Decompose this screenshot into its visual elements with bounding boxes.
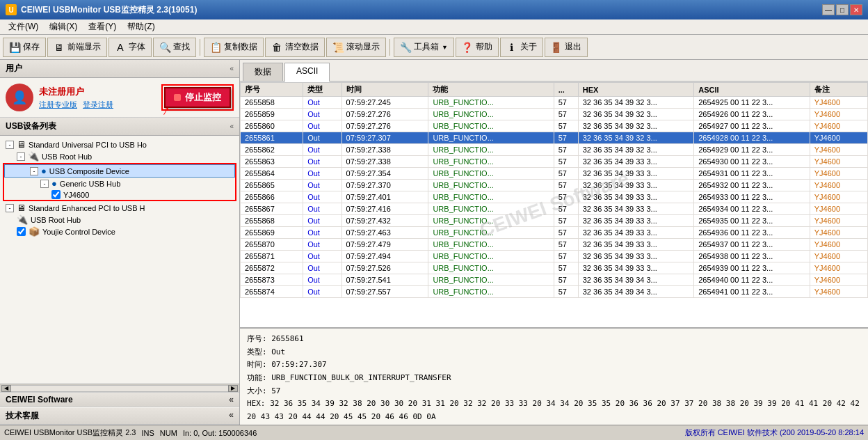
front-display-button[interactable]: 🖥 前端显示 bbox=[47, 38, 107, 57]
clear-data-button[interactable]: 🗑 清空数据 bbox=[265, 38, 325, 57]
table-row[interactable]: 2655861 Out 07:59:27.307 URB_FUNCTIO... … bbox=[241, 132, 868, 144]
cell-note: YJ4600 bbox=[810, 251, 867, 262]
cell-hex: 32 36 35 34 39 34 3... bbox=[578, 274, 694, 286]
header-note: 备注 bbox=[810, 83, 867, 97]
table-row[interactable]: 2655873 Out 07:59:27.541 URB_FUNCTIO... … bbox=[241, 274, 868, 286]
table-row[interactable]: 2655870 Out 07:59:27.479 URB_FUNCTIO... … bbox=[241, 239, 868, 251]
support-collapse[interactable]: « bbox=[229, 410, 234, 422]
cell-ascii: 2654929 00 11 22 3... bbox=[694, 144, 810, 156]
cell-seq: 2655870 bbox=[241, 239, 303, 251]
tree-item-youjie[interactable]: 📦 Youjie Control Device bbox=[3, 226, 236, 237]
table-row[interactable]: 2655871 Out 07:59:27.494 URB_FUNCTIO... … bbox=[241, 251, 868, 262]
table-row[interactable]: 2655864 Out 07:59:27.354 URB_FUNCTIO... … bbox=[241, 168, 868, 180]
tree-item-usb-root-hub-1[interactable]: - 🔌 USB Root Hub bbox=[3, 150, 236, 162]
table-row[interactable]: 2655869 Out 07:59:27.463 URB_FUNCTIO... … bbox=[241, 227, 868, 239]
detail-func-label: 功能: bbox=[247, 373, 267, 382]
copy-icon: 📋 bbox=[210, 42, 221, 53]
table-row[interactable]: 2655872 Out 07:59:27.526 URB_FUNCTIO... … bbox=[241, 262, 868, 274]
user-section-collapse[interactable]: « bbox=[230, 65, 234, 72]
detail-seq-label: 序号: bbox=[247, 334, 267, 343]
cell-func: URB_FUNCTIO... bbox=[428, 215, 554, 227]
tree-expand-5[interactable]: - bbox=[6, 204, 14, 212]
table-row[interactable]: 2655860 Out 07:59:27.276 URB_FUNCTIO... … bbox=[241, 120, 868, 132]
scroll-left-btn[interactable]: ◀ bbox=[1, 385, 11, 392]
youjie-checkbox[interactable] bbox=[17, 227, 26, 236]
tree-item-enhanced-pci[interactable]: - 🖥 Standard Enhanced PCI to USB H bbox=[3, 202, 236, 214]
stop-btn-container: 停止监控 bbox=[161, 84, 234, 111]
header-dots: ... bbox=[554, 83, 578, 97]
about-button[interactable]: ℹ 关于 bbox=[500, 38, 543, 57]
status-copyright[interactable]: 版权所有 CEIWEI 软件技术 (200 bbox=[685, 428, 795, 437]
cell-hex: 32 36 35 34 39 33 3... bbox=[578, 180, 694, 191]
tree-expand-1[interactable]: - bbox=[17, 152, 25, 161]
cell-time: 07:59:27.338 bbox=[341, 144, 428, 156]
cell-hex: 32 36 35 34 39 32 3... bbox=[578, 144, 694, 156]
device-section-header[interactable]: USB设备列表 « bbox=[0, 118, 239, 136]
cell-func: URB_FUNCTIO... bbox=[428, 144, 554, 156]
cell-type: Out bbox=[303, 156, 341, 168]
help-button[interactable]: ❓ 帮助 bbox=[456, 38, 499, 57]
ceiwei-collapse[interactable]: « bbox=[229, 395, 234, 404]
about-icon: ℹ bbox=[506, 42, 517, 53]
yj4600-checkbox[interactable] bbox=[51, 190, 61, 199]
tree-item-yj4600[interactable]: YJ4600 bbox=[4, 189, 235, 200]
exit-button[interactable]: 🚪 退出 bbox=[545, 38, 588, 57]
cell-time: 07:59:27.557 bbox=[341, 286, 428, 298]
cell-type: Out bbox=[303, 191, 341, 203]
copy-label: 复制数据 bbox=[224, 41, 257, 53]
tab-ascii[interactable]: ASCII bbox=[284, 63, 330, 82]
maximize-button[interactable]: □ bbox=[836, 4, 849, 15]
cell-ascii: 2654930 00 11 22 3... bbox=[694, 156, 810, 168]
table-row[interactable]: 2655863 Out 07:59:27.338 URB_FUNCTIO... … bbox=[241, 156, 868, 168]
scroll-display-button[interactable]: 📜 滚动显示 bbox=[326, 38, 386, 57]
close-button[interactable]: ✕ bbox=[850, 4, 862, 15]
copy-data-button[interactable]: 📋 复制数据 bbox=[204, 38, 264, 57]
login-link[interactable]: 登录注册 bbox=[83, 100, 113, 110]
table-row[interactable]: 2655858 Out 07:59:27.245 URB_FUNCTIO... … bbox=[241, 97, 868, 109]
table-row[interactable]: 2655866 Out 07:59:27.401 URB_FUNCTIO... … bbox=[241, 191, 868, 203]
stop-monitoring-button[interactable]: 停止监控 bbox=[164, 87, 231, 108]
user-section-header[interactable]: 用户 « bbox=[0, 60, 239, 78]
tree-item-usb-composite[interactable]: - ● USB Composite Device bbox=[4, 164, 235, 178]
cell-seq: 2655859 bbox=[241, 109, 303, 120]
table-row[interactable]: 2655862 Out 07:59:27.338 URB_FUNCTIO... … bbox=[241, 144, 868, 156]
menu-edit[interactable]: 编辑(X) bbox=[44, 19, 83, 34]
cell-seq: 2655873 bbox=[241, 274, 303, 286]
tree-item-usb-root-hub-2[interactable]: 🔌 USB Root Hub bbox=[3, 214, 236, 226]
cell-size: 57 bbox=[554, 109, 578, 120]
tree-item-generic-hub[interactable]: - ● Generic USB Hub bbox=[4, 178, 235, 189]
ceiwei-section-header[interactable]: CEIWEI Software « bbox=[0, 393, 239, 407]
menu-view[interactable]: 查看(Y) bbox=[83, 19, 122, 34]
cell-type: Out bbox=[303, 120, 341, 132]
tab-data[interactable]: 数据 bbox=[243, 63, 283, 81]
tree-item-pci-usb-ho[interactable]: - 🖥 Standard Universal PCI to USB Ho bbox=[3, 139, 236, 150]
toolbox-button[interactable]: 🔧 工具箱 ▼ bbox=[394, 38, 454, 57]
table-row[interactable]: 2655865 Out 07:59:27.370 URB_FUNCTIO... … bbox=[241, 180, 868, 191]
menu-help[interactable]: 帮助(Z) bbox=[122, 19, 160, 34]
cell-note: YJ4600 bbox=[810, 120, 867, 132]
support-section-header[interactable]: 技术客服 « bbox=[0, 408, 239, 425]
table-row[interactable]: 2655859 Out 07:59:27.276 URB_FUNCTIO... … bbox=[241, 109, 868, 120]
cell-note: YJ4600 bbox=[810, 262, 867, 274]
cell-size: 57 bbox=[554, 144, 578, 156]
register-link[interactable]: 注册专业版 bbox=[39, 100, 77, 110]
find-button[interactable]: 🔍 查找 bbox=[153, 38, 196, 57]
find-icon: 🔍 bbox=[159, 42, 170, 53]
composite-icon: ● bbox=[41, 166, 47, 176]
table-row[interactable]: 2655868 Out 07:59:27.432 URB_FUNCTIO... … bbox=[241, 215, 868, 227]
save-button[interactable]: 💾 保存 bbox=[3, 38, 46, 57]
tree-expand-0[interactable]: - bbox=[6, 141, 14, 149]
table-row[interactable]: 2655874 Out 07:59:27.557 URB_FUNCTIO... … bbox=[241, 286, 868, 298]
tree-expand-3[interactable]: - bbox=[40, 180, 49, 188]
tree-expand-2[interactable]: - bbox=[30, 167, 38, 175]
left-panel-hscroll[interactable]: ◀ ▶ bbox=[0, 384, 239, 392]
cell-size: 57 bbox=[554, 191, 578, 203]
font-button[interactable]: A 字体 bbox=[108, 38, 152, 57]
device-section-collapse[interactable]: « bbox=[230, 123, 234, 130]
scroll-right-btn[interactable]: ▶ bbox=[228, 385, 238, 392]
table-row[interactable]: 2655867 Out 07:59:27.416 URB_FUNCTIO... … bbox=[241, 203, 868, 215]
menu-file[interactable]: 文件(W) bbox=[3, 19, 44, 34]
minimize-button[interactable]: — bbox=[822, 4, 835, 15]
cell-type: Out bbox=[303, 97, 341, 109]
cell-type: Out bbox=[303, 274, 341, 286]
